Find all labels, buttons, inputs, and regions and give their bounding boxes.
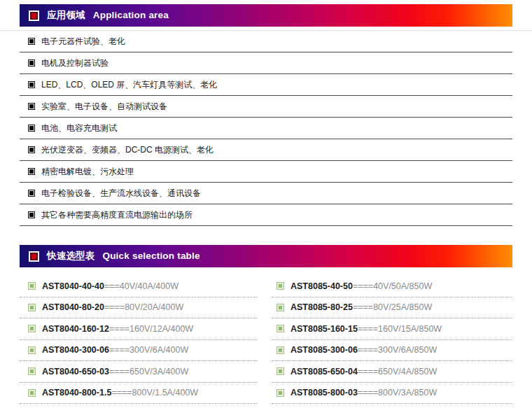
- list-item: 实验室、电子设备、自动测试设备: [20, 96, 512, 118]
- model-number: AST8085-80-25: [290, 302, 353, 312]
- model-entry: AST8085-800-03====800V/3A/850W: [290, 388, 437, 398]
- model-spec: 650V/3A/400W: [130, 367, 188, 377]
- green-square-icon: [28, 367, 36, 375]
- list-item-label: 电池、电容充电测试: [41, 122, 117, 134]
- leader: ====: [358, 367, 378, 377]
- model-spec: 650V/4A/850W: [378, 367, 437, 377]
- model-number: AST8040-800-1.5: [42, 388, 111, 398]
- leader: ====: [358, 324, 378, 334]
- model-entry: AST8040-160-12====160V/12A/400W: [42, 324, 193, 334]
- model-entry: AST8040-40-40===40V/40A/400W: [42, 281, 178, 291]
- square-bullet-icon: [28, 146, 35, 153]
- green-square-icon: [28, 304, 36, 311]
- model-spec: 40V/50A/850W: [373, 281, 432, 291]
- model-number: AST8085-300-06: [290, 345, 358, 355]
- table-row: AST8040-300-06====300V/6A/400W: [20, 340, 258, 362]
- model-spec: 800V/3A/850W: [378, 388, 437, 398]
- model-spec: 160V/15A/850W: [378, 324, 442, 334]
- green-square-icon: [276, 325, 284, 332]
- model-spec: 80V/25A/850W: [373, 302, 432, 312]
- list-item: 电池、电容充电测试: [20, 118, 512, 139]
- application-area-title: 应用领域 Application area: [47, 9, 169, 22]
- red-square-icon: [29, 251, 39, 262]
- table-row: AST8085-160-15====160V/15A/850W: [272, 318, 512, 340]
- red-square-icon: [29, 10, 39, 21]
- list-item: 电机及控制器试验: [20, 52, 512, 74]
- model-number: AST8085-800-03: [290, 388, 358, 398]
- green-square-icon: [276, 346, 284, 354]
- list-item-label: 电子检验设备、生产流水线设备、通讯设备: [41, 188, 201, 199]
- square-bullet-icon: [28, 103, 35, 110]
- table-row: AST8040-40-40===40V/40A/400W: [20, 276, 258, 297]
- application-area-header: 应用领域 Application area: [20, 4, 512, 27]
- green-square-icon: [276, 389, 284, 397]
- table-row: AST8040-80-20====80V/20A/400W: [20, 297, 258, 319]
- quick-selection-table: AST8040-40-40===40V/40A/400W AST8040-80-…: [20, 276, 512, 404]
- leader: ====: [353, 281, 373, 291]
- model-number: AST8085-40-50: [290, 281, 353, 291]
- leader: ====: [358, 345, 378, 355]
- application-area-title-zh: 应用领域: [47, 10, 85, 20]
- quick-selection-title-en: Quick selection table: [102, 251, 200, 261]
- model-spec: 80V/20A/400W: [125, 302, 183, 312]
- table-row: AST8040-650-03====650V/3A/400W: [20, 361, 258, 383]
- list-item-label: LED、LCD、OLED 屏、汽车灯具等测试、老化: [41, 79, 217, 91]
- list-item-label: 实验室、电子设备、自动测试设备: [41, 101, 167, 113]
- table-row: AST8085-800-03====800V/3A/850W: [272, 383, 512, 405]
- model-entry: AST8085-300-06====300V/6A/850W: [290, 345, 437, 355]
- model-number: AST8085-160-15: [290, 324, 358, 334]
- model-spec: 160V/12A/400W: [130, 324, 193, 334]
- model-number: AST8040-160-12: [42, 324, 109, 334]
- application-list: 电子元器件试验、老化 电机及控制器试验 LED、LCD、OLED 屏、汽车灯具等…: [20, 31, 512, 226]
- model-number: AST8040-650-03: [42, 367, 109, 377]
- list-item: 其它各种需要高精度直流电源输出的场所: [20, 204, 512, 226]
- leader: ===: [104, 281, 120, 291]
- model-spec: 800V/1.5A/400W: [132, 388, 199, 398]
- list-item: 精密电解电镀、污水处理: [20, 161, 512, 183]
- green-square-icon: [276, 367, 284, 375]
- model-entry: AST8085-160-15====160V/15A/850W: [290, 324, 442, 334]
- square-bullet-icon: [28, 38, 35, 45]
- model-entry: AST8040-80-20====80V/20A/400W: [42, 302, 183, 312]
- model-number: AST8040-80-20: [42, 302, 104, 312]
- model-entry: AST8040-800-1.5====800V/1.5A/400W: [42, 388, 198, 398]
- model-spec: 300V/6A/850W: [378, 345, 437, 355]
- square-bullet-icon: [28, 190, 35, 197]
- model-number: AST8040-300-06: [42, 345, 109, 355]
- model-number: AST8085-650-04: [290, 367, 358, 377]
- square-bullet-icon: [28, 125, 35, 132]
- quick-selection-header: 快速选型表 Quick selection table: [20, 245, 512, 267]
- table-row: AST8085-300-06====300V/6A/850W: [272, 340, 512, 362]
- table-row: AST8040-800-1.5====800V/1.5A/400W: [20, 383, 258, 405]
- model-entry: AST8040-650-03====650V/3A/400W: [42, 367, 188, 377]
- table-row: AST8085-650-04====650V/4A/850W: [272, 361, 512, 383]
- leader: ====: [109, 367, 130, 377]
- model-spec: 40V/40A/400W: [120, 281, 178, 291]
- leader: ====: [109, 324, 130, 334]
- list-item-label: 电子元器件试验、老化: [41, 36, 125, 48]
- table-row: AST8085-80-25====80V/25A/850W: [272, 297, 512, 319]
- model-entry: AST8040-300-06====300V/6A/400W: [42, 345, 188, 355]
- model-entry: AST8085-80-25====80V/25A/850W: [290, 302, 432, 312]
- selection-column-left: AST8040-40-40===40V/40A/400W AST8040-80-…: [20, 276, 258, 404]
- green-square-icon: [28, 282, 36, 290]
- table-row: AST8040-160-12====160V/12A/400W: [20, 318, 258, 340]
- list-item-label: 光伏逆变器、变频器、DC-DC 电源测试、老化: [41, 144, 214, 156]
- square-bullet-icon: [28, 59, 35, 66]
- model-entry: AST8085-40-50====40V/50A/850W: [290, 281, 432, 291]
- square-bullet-icon: [28, 168, 35, 175]
- square-bullet-icon: [28, 211, 35, 218]
- leader: ====: [104, 302, 125, 312]
- green-square-icon: [276, 282, 284, 290]
- table-row: AST8085-40-50====40V/50A/850W: [272, 276, 512, 297]
- list-item: 光伏逆变器、变频器、DC-DC 电源测试、老化: [20, 139, 512, 161]
- green-square-icon: [276, 304, 284, 311]
- leader: ====: [353, 302, 373, 312]
- quick-selection-title: 快速选型表 Quick selection table: [47, 250, 200, 262]
- application-area-title-en: Application area: [93, 10, 169, 20]
- leader: ====: [109, 345, 130, 355]
- model-number: AST8040-40-40: [42, 281, 104, 291]
- square-bullet-icon: [28, 81, 35, 88]
- leader: ====: [111, 388, 132, 398]
- list-item: 电子元器件试验、老化: [20, 31, 512, 52]
